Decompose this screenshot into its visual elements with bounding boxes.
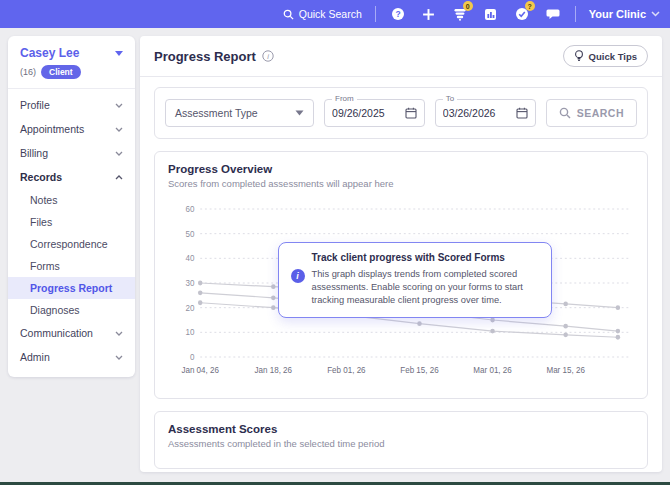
assessment-type-select[interactable]: Assessment Type xyxy=(165,99,314,127)
sidebar-item-correspondence[interactable]: Correspondence xyxy=(8,233,135,255)
svg-text:10: 10 xyxy=(186,328,195,337)
client-name: Casey Lee xyxy=(20,46,79,60)
progress-overview-card: Progress Overview Scores from completed … xyxy=(154,151,648,399)
topbar-divider xyxy=(375,6,376,22)
reports-icon[interactable] xyxy=(482,5,500,23)
svg-text:Feb 15, 26: Feb 15, 26 xyxy=(400,366,439,375)
calendar-icon[interactable] xyxy=(405,107,417,119)
svg-text:50: 50 xyxy=(186,229,195,238)
chevron-down-icon xyxy=(115,331,123,336)
svg-text:0: 0 xyxy=(190,353,195,362)
topbar-divider xyxy=(575,6,576,22)
quick-search[interactable]: Quick Search xyxy=(283,8,362,20)
assessment-scores-title: Assessment Scores xyxy=(168,423,634,435)
chevron-up-icon xyxy=(115,175,123,180)
from-date-label: From xyxy=(332,94,357,103)
sidebar-item-notes[interactable]: Notes xyxy=(8,189,135,211)
page-title: Progress Report xyxy=(154,49,256,64)
svg-text:Jan 04, 26: Jan 04, 26 xyxy=(181,366,219,375)
chevron-down-icon xyxy=(115,151,123,156)
quick-search-label: Quick Search xyxy=(299,8,362,20)
nav-label: Records xyxy=(20,171,62,183)
to-date-field[interactable]: To xyxy=(435,99,536,127)
assessment-scores-card: Assessment Scores Assessments completed … xyxy=(154,411,648,469)
create-new-icon[interactable] xyxy=(420,5,438,23)
callout-body: This graph displays trends from complete… xyxy=(312,268,540,307)
clinic-name: Your Clinic xyxy=(589,8,646,20)
from-date-field[interactable]: From xyxy=(324,99,425,127)
nav-label: Admin xyxy=(20,351,50,363)
sidebar-item-progress-report[interactable]: Progress Report xyxy=(8,277,135,299)
svg-text:?: ? xyxy=(395,9,400,19)
svg-text:Feb 01, 26: Feb 01, 26 xyxy=(327,366,366,375)
clinic-menu[interactable]: Your Clinic xyxy=(589,8,660,20)
chevron-down-icon xyxy=(651,11,660,17)
sidebar-item-appointments[interactable]: Appointments xyxy=(8,117,135,141)
svg-text:40: 40 xyxy=(186,254,195,263)
search-button-label: SEARCH xyxy=(577,107,624,119)
scored-forms-callout: Track client progress with Scored Forms … xyxy=(278,242,553,318)
filter-bar: Assessment Type From To SEARCH xyxy=(154,87,648,139)
lightbulb-icon xyxy=(574,50,584,62)
sidebar-item-communication[interactable]: Communication xyxy=(8,321,135,345)
sidebar-item-billing[interactable]: Billing xyxy=(8,141,135,165)
quick-tips-label: Quick Tips xyxy=(589,51,637,62)
svg-text:30: 30 xyxy=(186,279,195,288)
topbar: Quick Search ? 0 ? Your Clinic xyxy=(0,0,670,28)
chevron-down-icon xyxy=(295,110,304,116)
from-date-input[interactable] xyxy=(332,107,394,119)
notifications-icon[interactable]: 0 xyxy=(451,5,469,23)
to-date-input[interactable] xyxy=(443,107,505,119)
client-type-badge: Client xyxy=(41,65,81,79)
sidebar-divider xyxy=(8,88,135,89)
svg-text:20: 20 xyxy=(186,303,195,312)
client-age: (16) xyxy=(20,67,36,77)
search-button[interactable]: SEARCH xyxy=(546,99,637,127)
sidebar-item-diagnoses[interactable]: Diagnoses xyxy=(8,299,135,321)
svg-text:i: i xyxy=(267,52,269,61)
nav-label: Billing xyxy=(20,147,48,159)
messages-icon[interactable] xyxy=(544,5,562,23)
search-icon xyxy=(559,107,571,119)
client-selector[interactable]: Casey Lee xyxy=(20,46,123,60)
chevron-down-icon xyxy=(115,355,123,360)
nav-label: Appointments xyxy=(20,123,84,135)
calendar-icon[interactable] xyxy=(516,107,528,119)
help-icon[interactable]: ? xyxy=(389,5,407,23)
tasks-icon[interactable]: ? xyxy=(513,5,531,23)
callout-title: Track client progress with Scored Forms xyxy=(312,252,540,263)
progress-overview-subtitle: Scores from completed assessments will a… xyxy=(168,178,634,189)
sidebar-item-files[interactable]: Files xyxy=(8,211,135,233)
info-icon[interactable]: i xyxy=(262,50,274,62)
svg-text:Mar 15, 26: Mar 15, 26 xyxy=(546,366,585,375)
progress-chart-area: 0102030405060Jan 04, 26Jan 18, 26Feb 01,… xyxy=(168,195,634,387)
to-date-label: To xyxy=(443,94,457,103)
assessment-type-value: Assessment Type xyxy=(175,107,258,119)
sidebar-item-records[interactable]: Records xyxy=(8,165,135,189)
svg-text:60: 60 xyxy=(186,205,195,214)
quick-tips-button[interactable]: Quick Tips xyxy=(563,45,648,67)
chevron-down-icon xyxy=(115,127,123,132)
nav-label: Profile xyxy=(20,99,50,111)
sidebar-item-admin[interactable]: Admin xyxy=(8,345,135,369)
client-sidebar: Casey Lee (16) Client Profile Appointmen… xyxy=(8,36,135,377)
sidebar-item-forms[interactable]: Forms xyxy=(8,255,135,277)
nav-label: Communication xyxy=(20,327,93,339)
chevron-down-icon xyxy=(115,103,123,108)
assessment-scores-subtitle: Assessments completed in the selected ti… xyxy=(168,438,634,449)
tasks-badge: ? xyxy=(525,1,535,11)
chevron-down-icon xyxy=(115,51,123,56)
info-icon: i xyxy=(291,269,305,283)
sidebar-item-profile[interactable]: Profile xyxy=(8,93,135,117)
svg-text:Mar 01, 26: Mar 01, 26 xyxy=(473,366,512,375)
main-panel: Progress Report i Quick Tips Assessment … xyxy=(140,36,662,472)
svg-text:Jan 18, 26: Jan 18, 26 xyxy=(255,366,293,375)
notifications-badge: 0 xyxy=(463,1,473,11)
search-icon xyxy=(283,9,294,20)
progress-overview-title: Progress Overview xyxy=(168,163,634,175)
